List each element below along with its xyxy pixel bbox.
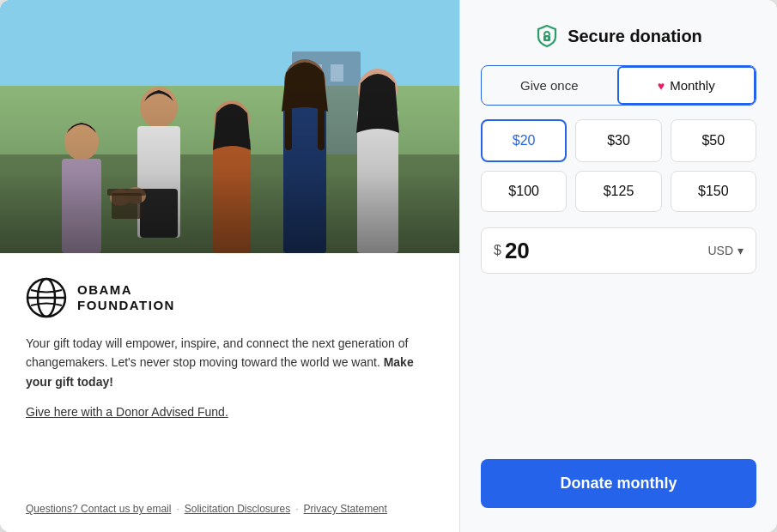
custom-amount-row: $ 20 USD ▾: [481, 227, 756, 274]
logo-name: OBAMA: [77, 282, 175, 298]
svg-rect-12: [213, 138, 251, 253]
svg-point-6: [64, 123, 99, 160]
hero-image: [0, 0, 459, 253]
left-panel: OBAMA FOUNDATION Your gift today will em…: [0, 0, 459, 532]
svg-point-8: [140, 87, 178, 128]
secure-header: Secure donation: [481, 24, 756, 48]
svg-rect-15: [285, 107, 292, 150]
svg-point-20: [125, 187, 146, 204]
description-text: Your gift today will empower, inspire, a…: [26, 334, 434, 391]
svg-rect-14: [283, 101, 326, 253]
give-once-tab[interactable]: Give once: [482, 66, 617, 105]
dollar-sign: $: [494, 243, 501, 258]
svg-point-28: [546, 37, 548, 39]
amount-btn-125[interactable]: $125: [575, 171, 661, 212]
svg-point-19: [110, 189, 131, 206]
right-panel: Secure donation Give once ♥ Monthly $20 …: [459, 0, 777, 532]
footer-links: Questions? Contact us by email · Solicit…: [26, 486, 434, 515]
donation-tabs: Give once ♥ Monthly: [481, 65, 756, 106]
contact-link[interactable]: Questions? Contact us by email: [26, 503, 171, 515]
donate-monthly-button[interactable]: Donate monthly: [481, 459, 756, 508]
custom-amount-value[interactable]: 20: [505, 238, 708, 264]
svg-rect-16: [318, 107, 325, 150]
svg-rect-21: [0, 172, 459, 253]
heart-icon: ♥: [658, 79, 665, 93]
svg-rect-0: [0, 0, 459, 253]
content-area: OBAMA FOUNDATION Your gift today will em…: [0, 253, 459, 532]
svg-rect-4: [331, 64, 343, 82]
disclosures-link[interactable]: Solicitation Disclosures: [185, 503, 290, 515]
svg-rect-5: [0, 154, 459, 253]
amount-btn-150[interactable]: $150: [671, 171, 756, 212]
svg-rect-10: [140, 189, 178, 238]
amount-btn-30[interactable]: $30: [575, 119, 661, 162]
donor-advised-link[interactable]: Give here with a Donor Advised Fund.: [26, 405, 434, 419]
logo-sub: FOUNDATION: [77, 298, 175, 313]
secure-donation-title: Secure donation: [568, 27, 702, 46]
svg-rect-22: [112, 193, 142, 219]
obama-foundation-logo: [26, 277, 67, 318]
svg-rect-18: [357, 110, 398, 253]
svg-rect-1: [0, 86, 459, 253]
amount-btn-20[interactable]: $20: [481, 119, 567, 162]
chevron-down-icon: ▾: [738, 244, 744, 257]
amount-btn-100[interactable]: $100: [481, 171, 567, 212]
svg-rect-23: [107, 189, 146, 196]
spacer: [481, 287, 756, 445]
svg-rect-7: [62, 159, 101, 253]
currency-selector[interactable]: USD ▾: [707, 244, 744, 257]
amount-grid: $20 $30 $50 $100 $125 $150: [481, 119, 756, 212]
svg-rect-9: [137, 126, 180, 238]
monthly-tab[interactable]: ♥ Monthly: [617, 66, 756, 105]
logo-area: OBAMA FOUNDATION: [26, 277, 434, 318]
amount-btn-50[interactable]: $50: [671, 119, 756, 162]
shield-lock-icon: [535, 24, 559, 48]
logo-text: OBAMA FOUNDATION: [77, 282, 175, 313]
svg-point-11: [214, 100, 250, 140]
privacy-link[interactable]: Privacy Statement: [304, 503, 387, 515]
